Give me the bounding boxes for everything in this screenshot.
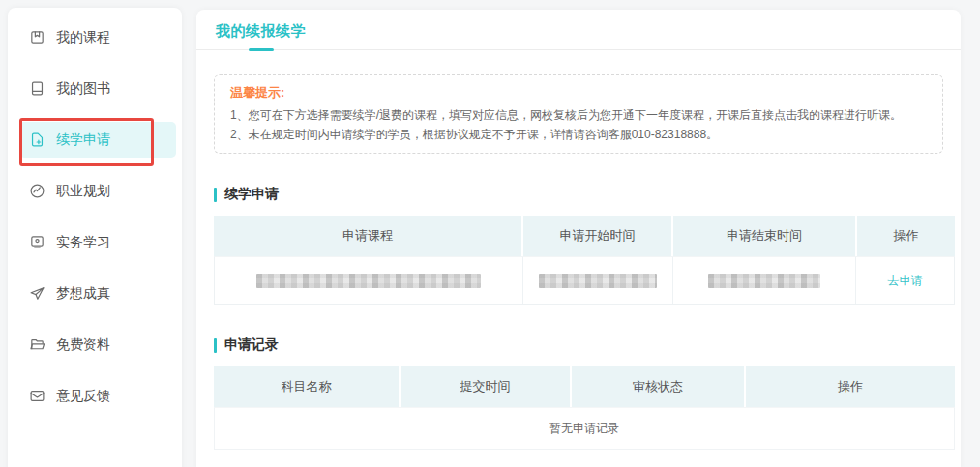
col-header-course: 申请课程 <box>214 216 523 256</box>
renewal-table-header: 申请课程 申请开始时间 申请结束时间 操作 <box>214 216 955 256</box>
sidebar-item-dream[interactable]: 梦想成真 <box>21 268 172 319</box>
tips-line-1: 1、您可在下方选择需要续学/退费的课程，填写对应信息，网校复核后为您开通下一年度… <box>230 105 927 125</box>
sidebar-item-free-materials[interactable]: 免费资料 <box>21 319 172 370</box>
sidebar-item-label: 职业规划 <box>56 183 110 200</box>
records-table: 科目名称 提交时间 审核状态 操作 暂无申请记录 <box>214 366 955 450</box>
col-header-start-time: 申请开始时间 <box>523 216 673 256</box>
sidebar-item-my-courses[interactable]: 我的课程 <box>21 12 172 63</box>
career-planning-icon <box>29 183 45 199</box>
records-table-header: 科目名称 提交时间 审核状态 操作 <box>214 366 955 407</box>
cell-course <box>215 257 523 304</box>
page-title: 我的续报续学 <box>216 22 306 49</box>
sidebar-item-label: 我的图书 <box>56 80 110 98</box>
sidebar-item-label: 我的课程 <box>56 29 110 46</box>
cell-action: 去申请 <box>856 257 954 304</box>
sidebar-item-practical-study[interactable]: 实务学习 <box>21 217 172 268</box>
tips-title: 温馨提示: <box>230 84 927 102</box>
col-header-review-status: 审核状态 <box>572 366 746 407</box>
section-accent-bar <box>214 188 217 202</box>
tips-box: 温馨提示: 1、您可在下方选择需要续学/退费的课程，填写对应信息，网校复核后为您… <box>214 74 943 154</box>
free-materials-icon <box>29 336 45 353</box>
records-empty-state: 暂无申请记录 <box>214 407 955 450</box>
sidebar-item-feedback[interactable]: 意见反馈 <box>21 370 172 422</box>
renewal-table: 申请课程 申请开始时间 申请结束时间 操作 去申请 <box>214 216 955 305</box>
redacted-course-name <box>256 274 481 288</box>
sidebar-item-label: 免费资料 <box>56 336 110 354</box>
sidebar: 我的课程 我的图书 续学申请 职业规划 实务学习 梦想成真 免费 <box>8 8 182 467</box>
records-section-title: 申请记录 <box>214 336 943 354</box>
go-apply-link[interactable]: 去申请 <box>888 273 923 289</box>
cell-end-time <box>673 257 856 304</box>
renewal-table-row: 去申请 <box>214 256 955 305</box>
sidebar-item-label: 意见反馈 <box>56 388 110 405</box>
col-header-subject: 科目名称 <box>214 366 401 407</box>
col-header-action: 操作 <box>857 216 955 256</box>
sidebar-item-label: 续学申请 <box>56 131 110 149</box>
practical-study-icon <box>29 234 45 250</box>
page-header: 我的续报续学 <box>196 10 961 50</box>
cell-start-time <box>523 257 672 304</box>
sidebar-item-career-planning[interactable]: 职业规划 <box>21 165 172 217</box>
my-books-icon <box>29 80 45 97</box>
sidebar-item-label: 梦想成真 <box>56 285 110 303</box>
dream-icon <box>29 285 45 302</box>
sidebar-item-my-books[interactable]: 我的图书 <box>21 63 172 114</box>
main-panel: 我的续报续学 温馨提示: 1、您可在下方选择需要续学/退费的课程，填写对应信息，… <box>196 10 961 467</box>
col-header-action: 操作 <box>746 366 955 407</box>
renewal-apply-icon <box>29 131 45 148</box>
renewal-section-title: 续学申请 <box>214 186 943 203</box>
my-courses-icon <box>29 29 45 45</box>
sidebar-item-label: 实务学习 <box>56 234 110 251</box>
feedback-icon <box>29 388 45 404</box>
col-header-end-time: 申请结束时间 <box>673 216 857 256</box>
redacted-start-time <box>539 274 657 288</box>
col-header-submit-time: 提交时间 <box>401 366 572 407</box>
tips-line-2: 2、未在规定时间内申请续学的学员，根据协议规定不予开课，详情请咨询客服010-8… <box>230 125 927 144</box>
sidebar-item-renewal-apply[interactable]: 续学申请 <box>21 114 172 165</box>
section-accent-bar <box>214 338 217 353</box>
redacted-end-time <box>708 274 820 288</box>
